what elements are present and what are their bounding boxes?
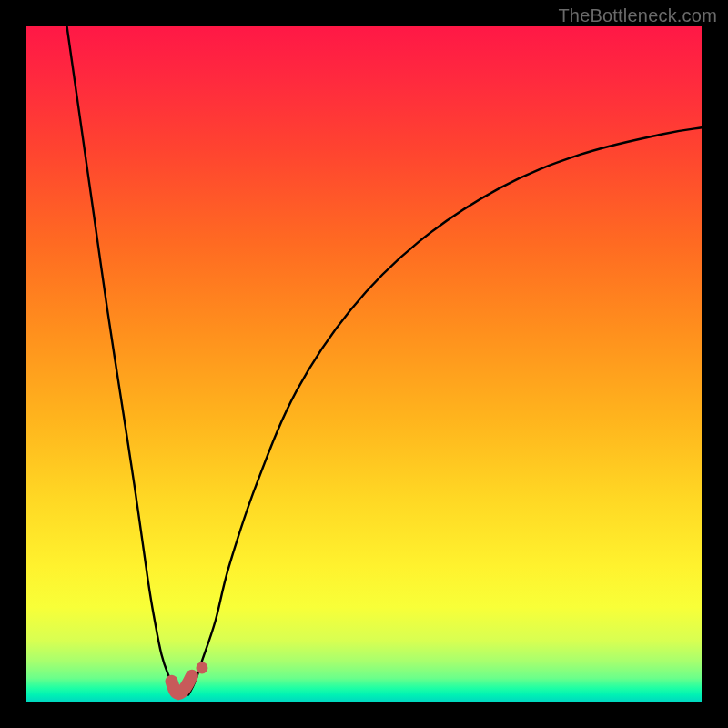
curves-layer	[26, 26, 702, 702]
valley-marker	[172, 676, 192, 693]
left-curve	[67, 26, 182, 695]
plot-area	[26, 26, 702, 702]
watermark-text: TheBottleneck.com	[558, 5, 717, 26]
ascending-dot	[196, 662, 207, 673]
chart-frame: TheBottleneck.com	[0, 0, 728, 728]
right-curve	[188, 127, 702, 694]
